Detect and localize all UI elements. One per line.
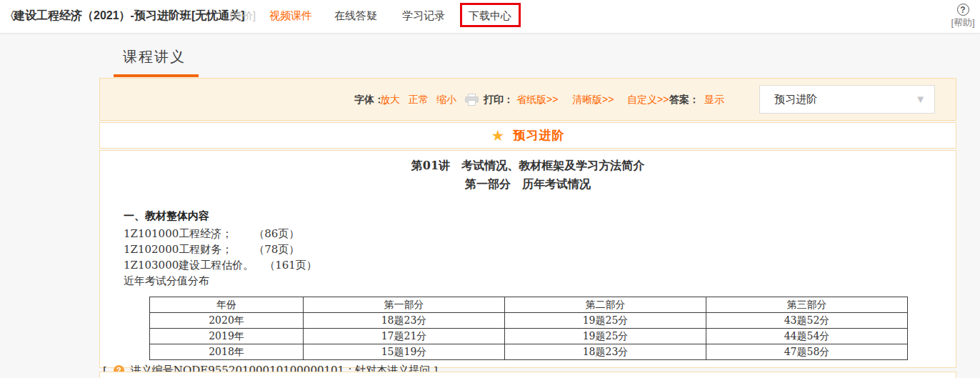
table-row: 2019年 17题21分 19题25分 44题54分 xyxy=(150,329,908,344)
tab-active-underline xyxy=(114,74,199,77)
font-normal-link[interactable]: 正常 xyxy=(409,79,429,120)
help-question-icon[interactable]: ? xyxy=(957,4,969,16)
handout-select-dropdown[interactable]: 预习进阶 ▼ xyxy=(759,85,935,114)
font-zoom-out-link[interactable]: 缩小 xyxy=(436,79,456,120)
course-title: 建设工程经济（2021）-预习进阶班[无忧通关] xyxy=(14,9,245,24)
lecture-subheading: 第一部分 历年考试情况 xyxy=(100,177,956,192)
handout-toolbar: 字体： 放大 正常 缩小 打印： 省纸版>> 清晰版>> 自定义>> 答案： 显… xyxy=(99,78,956,121)
top-navigation-bar: 〈 建设工程经济（2021）-预习进阶班[无忧通关] [评价] 视频课件 在线答… xyxy=(0,0,980,34)
tab-study-record[interactable]: 学习记录 xyxy=(402,9,445,23)
star-icon: ★ xyxy=(491,127,505,144)
answer-label: 答案： xyxy=(669,79,699,120)
table-header-row: 年份 第一部分 第二部分 第三部分 xyxy=(150,297,908,313)
help-label[interactable]: [帮助] xyxy=(947,16,979,29)
section-title: 预习进阶 xyxy=(513,127,564,144)
col-header-year: 年份 xyxy=(150,297,304,313)
chevron-down-icon: ▼ xyxy=(915,86,926,113)
tab-download-center[interactable]: 下载中心 xyxy=(469,9,511,23)
dropdown-selected-value: 预习进阶 xyxy=(774,86,817,113)
col-header-part2: 第二部分 xyxy=(505,297,706,313)
print-clear-link[interactable]: 清晰版>> xyxy=(572,79,614,120)
handout-content: 第01讲 考试情况、教材框架及学习方法简介 第一部分 历年考试情况 一、教材整体… xyxy=(99,150,956,368)
font-zoom-in-link[interactable]: 放大 xyxy=(380,79,400,120)
next-section-band xyxy=(99,372,956,378)
tab-course-handout[interactable]: 课程讲义 xyxy=(123,47,186,66)
table-row: 2020年 18题23分 19题25分 43题52分 xyxy=(150,313,908,329)
print-paper-saving-link[interactable]: 省纸版>> xyxy=(516,79,558,120)
table-row: 2018年 15题19分 18题23分 47题58分 xyxy=(150,344,908,360)
print-custom-link[interactable]: 自定义>> xyxy=(627,79,669,120)
score-distribution-table: 年份 第一部分 第二部分 第三部分 2020年 18题23分 19题25分 43… xyxy=(149,297,908,360)
textbook-line: 1Z102000工程财务； （78页） xyxy=(124,242,956,257)
tab-online-qa[interactable]: 在线答疑 xyxy=(334,9,377,23)
answer-show-link[interactable]: 显示 xyxy=(704,79,724,120)
printer-icon xyxy=(465,94,479,109)
textbook-overview-heading: 一、教材整体内容 xyxy=(124,209,956,223)
help-block: ? [帮助] xyxy=(947,3,979,29)
section-header-band: ★ 预习进阶 xyxy=(99,122,956,149)
tab-video-courseware[interactable]: 视频课件 xyxy=(269,9,312,23)
col-header-part1: 第一部分 xyxy=(304,297,505,313)
lecture-heading: 第01讲 考试情况、教材框架及学习方法简介 xyxy=(100,159,956,174)
col-header-part3: 第三部分 xyxy=(706,297,908,313)
rate-link[interactable]: [评价] xyxy=(230,10,256,23)
print-label: 打印： xyxy=(484,79,514,120)
textbook-line: 1Z101000工程经济； （86页） xyxy=(124,226,956,242)
score-distribution-label: 近年考试分值分布 xyxy=(124,273,956,289)
textbook-line: 1Z103000建设工程估价。 （161页） xyxy=(124,257,956,273)
